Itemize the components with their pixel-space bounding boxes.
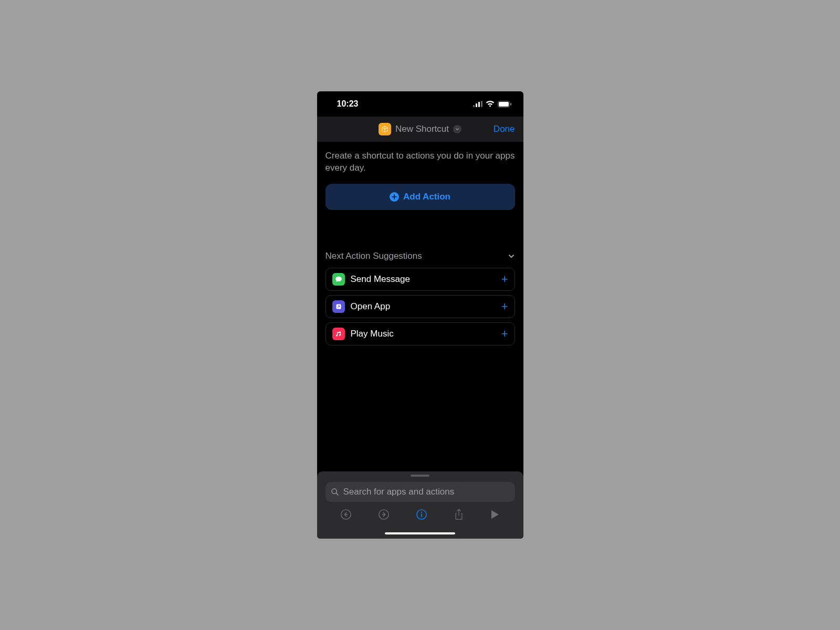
- play-button[interactable]: [490, 509, 500, 522]
- svg-rect-2: [478, 102, 480, 107]
- bottom-sheet: [317, 471, 523, 539]
- svg-rect-6: [510, 103, 511, 106]
- chevron-down-icon: [508, 253, 515, 260]
- description-text: Create a shortcut to actions you do in y…: [326, 150, 515, 174]
- chevron-down-icon: [453, 125, 461, 133]
- open-app-icon: [332, 300, 345, 313]
- main-content: Create a shortcut to actions you do in y…: [317, 142, 523, 471]
- info-button[interactable]: [416, 509, 427, 522]
- svg-rect-3: [481, 101, 482, 107]
- suggestion-row[interactable]: Play Music +: [326, 322, 515, 345]
- bottom-toolbar: [326, 502, 515, 529]
- shortcut-app-icon: [379, 123, 391, 135]
- redo-button[interactable]: [378, 509, 390, 522]
- search-input[interactable]: [343, 487, 510, 497]
- nav-title-group[interactable]: New Shortcut: [379, 123, 461, 135]
- add-suggestion-button[interactable]: +: [501, 301, 508, 312]
- sheet-grabber[interactable]: [411, 475, 429, 477]
- search-icon: [331, 488, 339, 496]
- done-button[interactable]: Done: [494, 124, 515, 134]
- share-button[interactable]: [454, 508, 464, 523]
- suggestion-row[interactable]: Send Message +: [326, 268, 515, 291]
- suggestion-label: Play Music: [351, 329, 496, 339]
- home-indicator[interactable]: [385, 532, 455, 534]
- status-icons: [473, 101, 512, 108]
- suggestions-header[interactable]: Next Action Suggestions: [326, 251, 515, 261]
- nav-bar: New Shortcut Done: [317, 117, 523, 142]
- add-action-label: Add Action: [403, 192, 450, 202]
- cellular-icon: [473, 101, 482, 107]
- suggestion-row[interactable]: Open App +: [326, 295, 515, 318]
- phone-screen: 10:23 New Shortcut Done Create a shortcu…: [317, 91, 523, 539]
- undo-button[interactable]: [340, 509, 352, 522]
- svg-point-14: [421, 512, 422, 513]
- battery-icon: [498, 101, 512, 108]
- suggestions-title: Next Action Suggestions: [326, 251, 422, 261]
- status-bar: 10:23: [317, 91, 523, 117]
- search-bar[interactable]: [326, 482, 515, 502]
- wifi-icon: [486, 101, 495, 107]
- suggestion-label: Send Message: [351, 274, 496, 285]
- music-app-icon: [332, 328, 345, 340]
- nav-title: New Shortcut: [395, 124, 449, 134]
- suggestion-label: Open App: [351, 301, 496, 312]
- svg-rect-1: [476, 103, 477, 107]
- add-suggestion-button[interactable]: +: [501, 274, 508, 285]
- status-time: 10:23: [337, 99, 359, 109]
- add-action-button[interactable]: Add Action: [326, 184, 515, 210]
- add-suggestion-button[interactable]: +: [501, 328, 508, 340]
- svg-rect-0: [473, 105, 475, 107]
- svg-rect-5: [499, 102, 509, 107]
- svg-line-9: [336, 493, 338, 495]
- messages-app-icon: [332, 273, 345, 286]
- plus-circle-icon: [390, 192, 399, 202]
